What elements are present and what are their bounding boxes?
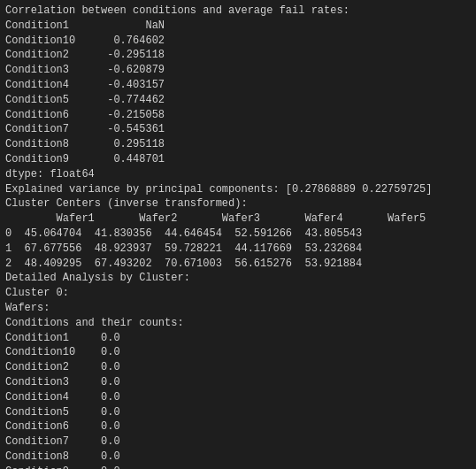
terminal-line: Condition3 0.0 <box>5 375 471 390</box>
terminal-line: Cluster 0: <box>5 286 471 301</box>
terminal-line: Wafer1 Wafer2 Wafer3 Wafer4 Wafer5 <box>5 211 471 227</box>
terminal-line: Cluster Centers (inverse transformed): <box>5 196 471 211</box>
terminal-line: Correlation between conditions and avera… <box>5 4 471 19</box>
terminal-line: Condition7 0.0 <box>5 434 471 450</box>
terminal-line: Condition1 0.0 <box>5 331 471 346</box>
terminal-line: Condition6 0.0 <box>5 419 471 434</box>
terminal-line: Condition8 0.0 <box>5 450 471 465</box>
terminal-line: Condition7 -0.545361 <box>5 122 471 137</box>
terminal-line: Wafers: <box>5 301 471 316</box>
terminal-line: 1 67.677556 48.923937 59.728221 44.11766… <box>5 242 471 257</box>
terminal-line: Condition4 0.0 <box>5 390 471 405</box>
terminal-line: Condition1 NaN <box>5 19 471 34</box>
terminal-line: Condition4 -0.403157 <box>5 78 471 93</box>
terminal-line: Explained variance by principal componen… <box>5 182 471 197</box>
terminal-line: dtype: float64 <box>5 167 471 182</box>
terminal-line: 0 45.064704 41.830356 44.646454 52.59126… <box>5 227 471 242</box>
terminal-line: Condition9 0.0 <box>5 465 471 469</box>
terminal-line: Condition6 -0.215058 <box>5 108 471 123</box>
terminal-line: Condition10 0.764602 <box>5 34 471 49</box>
terminal-line: Condition5 0.0 <box>5 405 471 420</box>
terminal-line: Condition5 -0.774462 <box>5 93 471 108</box>
terminal-line: Conditions and their counts: <box>5 316 471 331</box>
terminal-output: Correlation between conditions and avera… <box>0 0 476 469</box>
terminal-line: Condition2 0.0 <box>5 360 471 375</box>
terminal-line: Condition10 0.0 <box>5 345 471 360</box>
terminal-line: Condition3 -0.620879 <box>5 63 471 78</box>
terminal-line: Condition2 -0.295118 <box>5 48 471 63</box>
terminal-line: Condition8 0.295118 <box>5 137 471 152</box>
terminal-line: 2 48.409295 67.493202 70.671003 56.61527… <box>5 257 471 272</box>
terminal-line: Detailed Analysis by Cluster: <box>5 271 471 286</box>
terminal-line: Condition9 0.448701 <box>5 152 471 167</box>
